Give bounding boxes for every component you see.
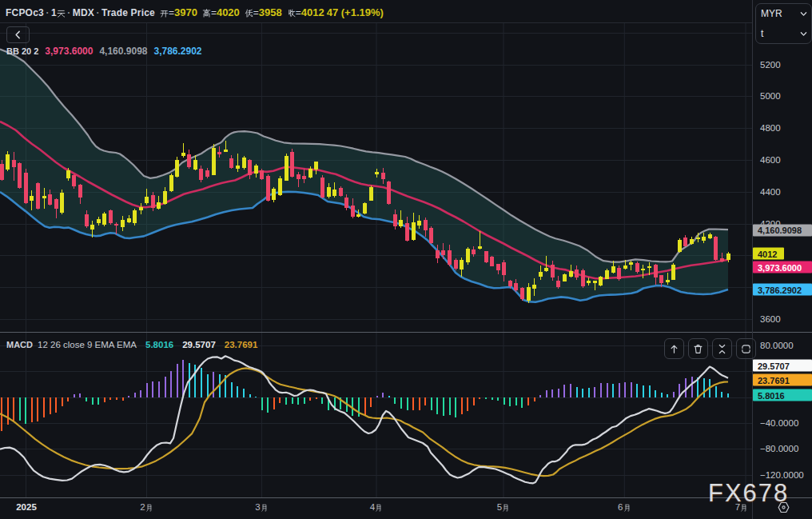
candle-body	[551, 265, 555, 278]
candle-body	[502, 262, 506, 275]
symbol-name[interactable]: FCPOc3	[6, 7, 44, 18]
candle-body	[114, 224, 118, 226]
candle-body	[496, 264, 500, 270]
cjk-glyph	[160, 9, 169, 18]
candle-body	[127, 218, 131, 222]
macd-histogram-bar	[527, 397, 529, 406]
candle-body	[587, 281, 591, 283]
cjk-glyph	[245, 9, 253, 18]
macd-histogram-bar	[436, 397, 438, 415]
macd-histogram-bar	[37, 397, 38, 421]
macd-histogram-bar	[177, 364, 178, 397]
candle-body	[18, 163, 22, 188]
delete-pane-button[interactable]	[688, 338, 708, 359]
candle-body	[297, 174, 301, 179]
bb-indicator-legend[interactable]: BB 20 2 3,973.6000 4,160.9098 3,786.2902	[6, 46, 202, 57]
macd-histogram-bar	[407, 397, 408, 410]
macd-histogram-bar	[309, 397, 311, 401]
candle-body	[635, 263, 639, 272]
watermark: FX678	[708, 479, 789, 508]
candle-body	[629, 262, 633, 265]
candle-body	[139, 207, 143, 210]
candle-body	[405, 223, 409, 241]
unit-dropdown[interactable]: t	[756, 24, 811, 43]
candle-body	[520, 288, 524, 299]
macd-indicator-legend[interactable]: MACD 12 26 close 9 EMA EMA 5.8016 29.570…	[6, 340, 257, 349]
macd-pane-toolbar	[664, 338, 756, 359]
macd-histogram-bar	[388, 396, 390, 397]
macd-histogram-bar	[412, 397, 414, 410]
cjk-glyph	[145, 504, 153, 512]
macd-histogram-bar	[492, 397, 493, 400]
macd-histogram-bar	[400, 397, 402, 409]
macd-histogram-bar	[721, 392, 722, 397]
candle-body	[145, 197, 149, 203]
macd-histogram-bar	[292, 397, 293, 405]
macd-histogram-bar	[691, 377, 693, 397]
bb-lower-value: 3,786.2902	[153, 46, 201, 57]
candle-body	[726, 254, 730, 260]
candle-body	[708, 234, 712, 238]
candle-body	[569, 271, 573, 277]
bb-middle-value: 3,973.6000	[45, 46, 93, 57]
macd-histogram-bar	[50, 397, 51, 414]
candle-body	[42, 196, 46, 198]
candle-body	[332, 190, 336, 196]
candle-body	[714, 237, 718, 260]
macd-histogram-bar	[582, 389, 583, 397]
macd-histogram-bar	[285, 397, 287, 405]
cjk-glyph	[502, 504, 510, 512]
candle-body	[448, 250, 452, 265]
macd-histogram-bar	[551, 389, 553, 397]
macd-histogram-bar	[79, 393, 81, 397]
collapse-pane-button[interactable]	[712, 338, 732, 359]
candle-body	[97, 219, 101, 223]
open-label: =	[160, 7, 174, 18]
exchange-label[interactable]: MDX	[73, 7, 94, 18]
macd-histogram-bar	[237, 386, 238, 397]
candle-body	[254, 166, 258, 174]
macd-histogram-bar	[158, 381, 160, 397]
macd-axis-badge: 5.8016	[753, 389, 812, 401]
maximize-pane-button[interactable]	[736, 338, 756, 359]
macd-histogram-bar	[624, 382, 626, 397]
macd-histogram-bar	[62, 397, 63, 407]
candle-body	[417, 221, 421, 226]
maximize-icon	[741, 344, 751, 354]
macd-histogram-bar	[424, 397, 426, 405]
high-value: 4020	[217, 6, 240, 18]
macd-axis-label: −80.0000	[760, 444, 798, 453]
candle-body	[356, 214, 360, 217]
price-axis-badge: 4012	[753, 248, 784, 260]
candle-body	[490, 257, 494, 266]
macd-histogram-bar	[636, 384, 638, 397]
symbol-header: FCPOc3 · 1 · MDX · Trade Price =3970 =40…	[6, 6, 384, 18]
macd-histogram-bar	[109, 397, 111, 400]
candle-body	[478, 246, 482, 250]
candle-body	[617, 268, 621, 280]
macd-histogram-bar	[558, 389, 559, 397]
candle-body	[242, 158, 246, 168]
move-pane-up-button[interactable]	[664, 338, 684, 359]
macd-histogram-bar	[352, 397, 353, 416]
candle-body	[544, 268, 548, 272]
macd-histogram-bar	[570, 384, 571, 397]
candle-body	[78, 185, 82, 198]
candle-body	[454, 260, 458, 269]
macd-histogram-bar	[43, 397, 45, 417]
candle-body	[102, 214, 106, 225]
candle-body	[424, 220, 428, 230]
candle-body	[308, 169, 312, 178]
macd-histogram-bar	[67, 397, 69, 401]
macd-histogram-bar	[98, 397, 99, 405]
interval-label[interactable]: 1	[51, 7, 66, 18]
macd-histogram-bar	[394, 397, 396, 404]
macd-histogram-bar	[497, 397, 499, 401]
candle-body	[472, 250, 476, 255]
cjk-glyph	[261, 504, 269, 512]
price-axis-badge: 3,973.6000	[753, 261, 812, 273]
chart-canvas[interactable]	[0, 0, 812, 519]
back-button[interactable]	[6, 26, 30, 43]
macd-histogram-bar	[473, 397, 475, 406]
currency-dropdown[interactable]: MYR	[756, 4, 811, 23]
